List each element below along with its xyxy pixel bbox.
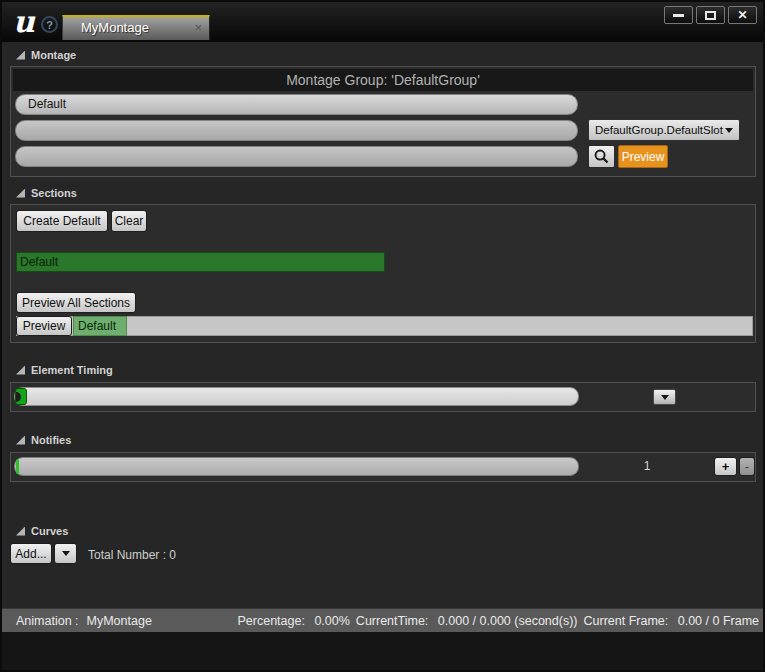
section-title: Notifies bbox=[31, 434, 71, 446]
montage-editor-window: u ? MyMontage × ✕ Montage Montage Group:… bbox=[0, 0, 765, 672]
remove-notify-track-button[interactable]: - bbox=[739, 457, 755, 476]
element-timing-marker[interactable] bbox=[15, 388, 27, 405]
chevron-down-icon bbox=[725, 128, 733, 133]
search-icon bbox=[593, 148, 610, 165]
slot-track-default[interactable]: Default bbox=[15, 94, 578, 115]
title-bar: u ? MyMontage × ✕ bbox=[2, 2, 763, 42]
section-title: Element Timing bbox=[31, 364, 113, 376]
montage-group-title: Montage Group: 'DefaultGroup' bbox=[13, 69, 753, 91]
notifies-section-header[interactable]: Notifies bbox=[16, 434, 71, 446]
section-title: Sections bbox=[31, 187, 77, 199]
current-time-label: CurrentTime: bbox=[356, 614, 432, 628]
track-start-marker-icon bbox=[16, 459, 19, 474]
unreal-engine-logo-icon: u bbox=[10, 4, 38, 38]
montage-preview-button[interactable]: Preview bbox=[618, 145, 668, 168]
close-icon: ✕ bbox=[737, 9, 747, 21]
animation-status: Animation : MyMontage bbox=[16, 614, 152, 628]
section-title: Montage bbox=[31, 49, 76, 61]
tab-mymontage[interactable]: MyMontage × bbox=[62, 15, 210, 40]
current-frame-label: Current Frame: bbox=[583, 614, 671, 628]
expander-icon bbox=[16, 51, 25, 60]
sections-preview-button[interactable]: Preview bbox=[16, 316, 72, 336]
clear-button[interactable]: Clear bbox=[111, 210, 147, 232]
marker-notch-icon bbox=[15, 392, 21, 402]
expander-icon bbox=[16, 189, 25, 198]
minimize-button[interactable] bbox=[664, 6, 693, 24]
slot-track-empty-2[interactable] bbox=[15, 146, 578, 167]
animation-name: MyMontage bbox=[87, 614, 152, 628]
add-curve-dropdown-button[interactable] bbox=[54, 543, 77, 564]
slot-selector-value: DefaultGroup.DefaultSlot bbox=[595, 124, 723, 136]
element-timing-track[interactable] bbox=[14, 387, 579, 406]
chevron-down-icon bbox=[661, 395, 669, 400]
status-bar: Animation : MyMontage Percentage: 0.00% … bbox=[2, 608, 763, 632]
expander-icon bbox=[16, 366, 25, 375]
add-notify-track-button[interactable]: + bbox=[714, 457, 737, 476]
element-timing-options-button[interactable] bbox=[653, 389, 676, 405]
help-icon[interactable]: ? bbox=[41, 16, 58, 33]
notify-track-count: 1 bbox=[602, 459, 692, 473]
playback-stats: Percentage: 0.00% CurrentTime: 0.000 / 0… bbox=[238, 614, 759, 628]
preview-section-chip-default[interactable]: Default bbox=[73, 316, 127, 336]
preview-all-sections-button[interactable]: Preview All Sections bbox=[16, 292, 136, 313]
close-button[interactable]: ✕ bbox=[728, 6, 757, 24]
search-button[interactable] bbox=[588, 145, 615, 168]
curves-total-number: Total Number : 0 bbox=[88, 548, 176, 562]
percentage-value: 0.00% bbox=[314, 614, 349, 628]
expander-icon bbox=[16, 436, 25, 445]
current-time-value: 0.000 / 0.000 (second(s)) bbox=[438, 614, 578, 628]
maximize-icon bbox=[705, 11, 716, 20]
slot-selector-dropdown[interactable]: DefaultGroup.DefaultSlot bbox=[588, 119, 740, 141]
section-track-default[interactable]: Default bbox=[16, 252, 385, 272]
tab-label: MyMontage bbox=[81, 20, 149, 35]
curves-section-header[interactable]: Curves bbox=[16, 525, 68, 537]
create-default-button[interactable]: Create Default bbox=[16, 210, 108, 232]
sections-section-header[interactable]: Sections bbox=[16, 187, 77, 199]
notify-track[interactable] bbox=[14, 457, 579, 476]
transport-bar bbox=[2, 632, 763, 672]
montage-section-header[interactable]: Montage bbox=[16, 49, 76, 61]
percentage-label: Percentage: bbox=[238, 614, 309, 628]
element-timing-section-header[interactable]: Element Timing bbox=[16, 364, 113, 376]
expander-icon bbox=[16, 527, 25, 536]
current-frame-value: 0.00 / 0 Frame bbox=[678, 614, 759, 628]
section-title: Curves bbox=[31, 525, 68, 537]
window-controls: ✕ bbox=[664, 6, 757, 24]
slot-track-empty-1[interactable] bbox=[15, 120, 578, 141]
chevron-down-icon bbox=[62, 551, 70, 556]
animation-label: Animation : bbox=[16, 614, 79, 628]
maximize-button[interactable] bbox=[696, 6, 725, 24]
minimize-icon bbox=[673, 14, 684, 17]
add-curve-button[interactable]: Add... bbox=[10, 543, 52, 564]
tab-close-icon[interactable]: × bbox=[194, 20, 202, 35]
